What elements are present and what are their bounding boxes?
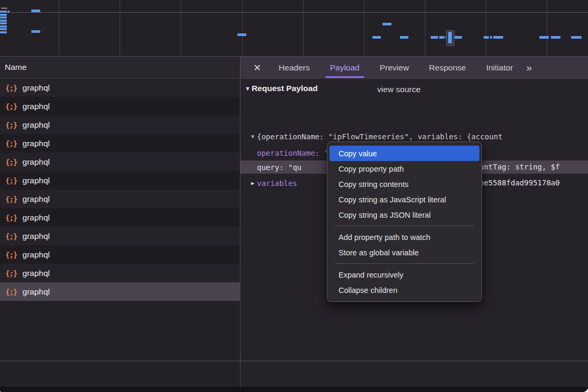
menu-divider [335, 226, 474, 226]
menu-item-copy-string-contents[interactable]: Copy string contents [329, 176, 479, 192]
json-braces-icon: {;} [5, 251, 17, 259]
request-name: graphql [22, 194, 50, 204]
request-name: graphql [22, 83, 50, 93]
timeline-request-bar [454, 36, 462, 39]
view-source-link[interactable]: view source [377, 85, 421, 94]
timeline-gray-bar [1, 7, 7, 9]
json-variables-value-fragment: ee5588fdad995178a0 [479, 179, 560, 187]
request-list-panel: Name {;}graphql{;}graphql{;}graphql{;}gr… [0, 57, 240, 392]
timeline-request-bar [7, 11, 10, 13]
request-name: graphql [22, 176, 50, 185]
json-braces-icon: {;} [5, 176, 17, 185]
timeline-request-bar [0, 22, 7, 24]
menu-divider [335, 263, 474, 264]
json-row-query[interactable]: query: "qu [248, 161, 301, 174]
timeline-request-bar [0, 28, 7, 30]
timeline-request-bar [372, 36, 381, 39]
request-name: graphql [22, 157, 50, 167]
request-row-graphql[interactable]: {;}graphql [0, 264, 240, 282]
request-row-graphql[interactable]: {;}graphql [0, 78, 240, 97]
timeline-request-bar [490, 36, 492, 39]
json-braces-icon: {;} [5, 139, 17, 148]
expander-down-icon[interactable]: ▼ [248, 133, 257, 139]
request-name: graphql [22, 269, 50, 278]
timeline-request-bar [0, 20, 7, 22]
timeline-request-bar [0, 14, 7, 16]
timeline-request-bar [0, 11, 7, 13]
menu-item-copy-property-path[interactable]: Copy property path [329, 161, 479, 176]
footer-divider [0, 361, 588, 361]
timeline-gridline [242, 0, 243, 56]
timeline-gridline [364, 0, 364, 56]
request-row-graphql[interactable]: {;}graphql [0, 134, 240, 153]
indent-spacer [248, 150, 257, 156]
request-name: graphql [22, 250, 50, 260]
json-key: variables [257, 179, 297, 188]
indent-spacer [248, 164, 257, 170]
json-braces-icon: {;} [5, 158, 17, 166]
timeline-request-bar [382, 23, 391, 25]
timeline-request-bar [431, 36, 438, 39]
request-row-graphql[interactable]: {;}graphql [0, 97, 240, 115]
timeline-gridline [59, 0, 59, 56]
timeline-gridline [425, 0, 425, 56]
request-row-graphql[interactable]: {;}graphql [0, 171, 240, 190]
close-icon[interactable]: ✕ [253, 63, 261, 73]
timeline-gridline [547, 0, 547, 56]
json-row-variables[interactable]: ▶ variables [248, 176, 297, 190]
network-overview-timeline[interactable] [0, 0, 588, 57]
more-tabs-icon[interactable]: » [526, 62, 531, 74]
timeline-request-bar [551, 36, 560, 39]
request-name: graphql [22, 120, 50, 130]
request-name: graphql [22, 102, 50, 111]
timeline-request-bar [0, 31, 7, 33]
menu-item-collapse-children[interactable]: Collapse children [329, 282, 479, 298]
tab-preview[interactable]: Preview [370, 57, 419, 79]
bottom-strip [0, 387, 588, 392]
json-key: operationName: [257, 149, 324, 157]
timeline-gridline [181, 0, 181, 56]
timeline-request-bar [31, 30, 40, 33]
request-row-graphql[interactable]: {;}graphql [0, 153, 240, 171]
json-root-preview-text: {operationName: "ipFlowTimeseries", vari… [257, 132, 503, 141]
json-braces-icon: {;} [5, 269, 17, 278]
json-key: query: [257, 163, 288, 172]
menu-item-copy-string-as-json-literal[interactable]: Copy string as JSON literal [329, 207, 479, 222]
timeline-request-bar [493, 36, 503, 39]
tab-headers[interactable]: Headers [269, 57, 320, 79]
context-menu: Copy valueCopy property pathCopy string … [327, 141, 482, 302]
menu-item-copy-value[interactable]: Copy value [329, 146, 479, 161]
json-braces-icon: {;} [5, 121, 17, 129]
request-name: graphql [22, 139, 50, 148]
request-rows: {;}graphql{;}graphql{;}graphql{;}graphql… [0, 78, 240, 301]
timeline-gridline [120, 0, 120, 56]
request-row-graphql[interactable]: {;}graphql [0, 227, 240, 245]
timeline-request-bar [539, 36, 549, 39]
json-braces-icon: {;} [5, 195, 17, 203]
timeline-request-bar [31, 10, 40, 12]
request-name: graphql [22, 231, 50, 241]
timeline-request-bar [0, 25, 7, 28]
request-row-graphql[interactable]: {;}graphql [0, 190, 240, 208]
menu-item-add-property-path-to-watch[interactable]: Add property path to watch [329, 229, 479, 245]
tab-initiator[interactable]: Initiator [476, 57, 523, 79]
request-row-graphql[interactable]: {;}graphql [0, 115, 240, 134]
timeline-request-bar [237, 33, 246, 36]
name-column-label: Name [5, 63, 26, 72]
request-row-graphql[interactable]: {;}graphql [0, 282, 240, 301]
request-row-graphql[interactable]: {;}graphql [0, 245, 240, 264]
timeline-selected-marker [448, 32, 452, 43]
request-payload-section-header[interactable]: ▼ Request Payload [245, 84, 318, 93]
tab-payload[interactable]: Payload [320, 57, 370, 79]
menu-item-copy-string-as-javascript-literal[interactable]: Copy string as JavaScript literal [329, 192, 479, 207]
tab-response[interactable]: Response [419, 57, 476, 79]
section-expander-icon[interactable]: ▼ [245, 85, 251, 92]
json-braces-icon: {;} [5, 232, 17, 240]
menu-item-expand-recursively[interactable]: Expand recursively [329, 267, 479, 282]
expander-right-icon[interactable]: ▶ [248, 180, 257, 186]
name-column-header[interactable]: Name [0, 57, 240, 78]
json-string-value-start: "qu [288, 163, 301, 172]
request-row-graphql[interactable]: {;}graphql [0, 208, 240, 227]
json-braces-icon: {;} [5, 102, 17, 111]
menu-item-store-as-global-variable[interactable]: Store as global variable [329, 245, 479, 260]
